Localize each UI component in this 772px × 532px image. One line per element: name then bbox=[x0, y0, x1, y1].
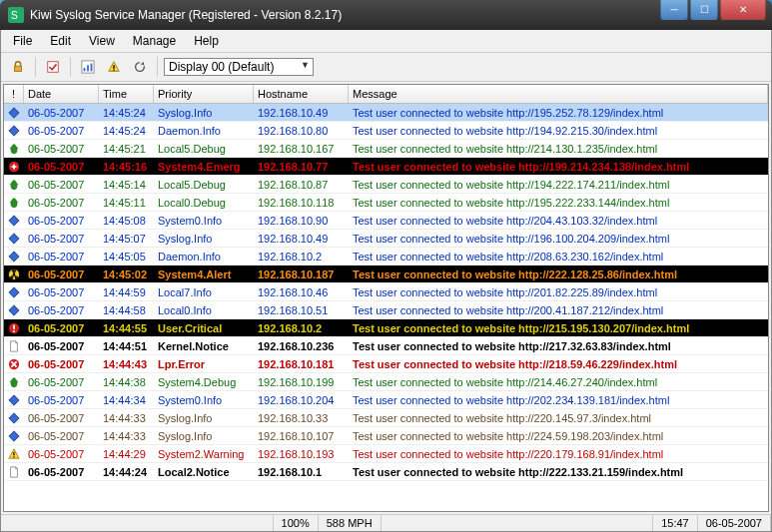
menu-help[interactable]: Help bbox=[186, 32, 227, 50]
table-row[interactable]: 06-05-200714:45:08System0.Info192.168.10… bbox=[4, 212, 768, 230]
table-row[interactable]: 06-05-200714:45:07Syslog.Info192.168.10.… bbox=[4, 230, 768, 248]
table-row[interactable]: 06-05-200714:45:02System4.Alert192.168.1… bbox=[4, 266, 768, 283]
menu-file[interactable]: File bbox=[5, 32, 40, 50]
table-row[interactable]: 06-05-200714:45:24Syslog.Info192.168.10.… bbox=[4, 104, 768, 122]
row-hostname: 192.168.10.90 bbox=[254, 214, 349, 228]
table-row[interactable]: 06-05-200714:44:55User.Critical192.168.1… bbox=[4, 319, 768, 337]
table-row[interactable]: 06-05-200714:44:59Local7.Info192.168.10.… bbox=[4, 283, 768, 301]
row-icon bbox=[4, 428, 24, 444]
table-row[interactable]: 06-05-200714:44:38System4.Debug192.168.1… bbox=[4, 373, 768, 391]
row-time: 14:45:08 bbox=[99, 214, 154, 228]
menu-edit[interactable]: Edit bbox=[42, 32, 79, 50]
svg-rect-27 bbox=[13, 330, 15, 332]
row-message: Test user connected to website http://20… bbox=[349, 250, 768, 264]
table-row[interactable]: 06-05-200714:44:33Syslog.Info192.168.10.… bbox=[4, 409, 768, 427]
row-icon bbox=[4, 213, 24, 229]
row-time: 14:44:51 bbox=[99, 339, 154, 353]
row-icon bbox=[4, 195, 24, 211]
row-message: Test user connected to website http://20… bbox=[349, 303, 768, 317]
row-priority: Local5.Debug bbox=[154, 142, 254, 156]
table-row[interactable]: 06-05-200714:45:21Local5.Debug192.168.10… bbox=[4, 140, 768, 158]
titlebar[interactable]: S Kiwi Syslog Service Manager (Registere… bbox=[0, 0, 772, 30]
row-date: 06-05-2007 bbox=[24, 429, 99, 443]
status-rate: 588 MPH bbox=[319, 515, 382, 531]
table-row[interactable]: 06-05-200714:44:33Syslog.Info192.168.10.… bbox=[4, 427, 768, 445]
row-time: 14:45:16 bbox=[99, 160, 154, 174]
col-hostname[interactable]: Hostname bbox=[254, 85, 349, 103]
check-icon[interactable] bbox=[42, 56, 64, 78]
row-icon bbox=[4, 464, 24, 480]
row-message: Test user connected to website http://21… bbox=[349, 339, 768, 353]
table-row[interactable]: 06-05-200714:44:43Lpr.Error192.168.10.18… bbox=[4, 355, 768, 373]
row-message: Test user connected to website http://19… bbox=[349, 124, 768, 138]
table-row[interactable]: 06-05-200714:45:05Daemon.Info192.168.10.… bbox=[4, 248, 768, 266]
minimize-button[interactable]: ─ bbox=[660, 0, 688, 20]
table-row[interactable]: 06-05-200714:44:34System0.Info192.168.10… bbox=[4, 391, 768, 409]
svg-rect-34 bbox=[13, 456, 14, 457]
row-hostname: 192.168.10.236 bbox=[254, 339, 349, 353]
chart-icon[interactable] bbox=[77, 56, 99, 78]
table-row[interactable]: 06-05-200714:44:51Kernel.Notice192.168.1… bbox=[4, 337, 768, 355]
table-row[interactable]: 06-05-200714:44:29System2.Warning192.168… bbox=[4, 445, 768, 463]
row-icon bbox=[4, 141, 24, 157]
table-row[interactable]: 06-05-200714:45:16System4.Emerg192.168.1… bbox=[4, 158, 768, 176]
warning-icon[interactable] bbox=[103, 56, 125, 78]
row-icon bbox=[4, 123, 24, 139]
menu-manage[interactable]: Manage bbox=[125, 32, 184, 50]
row-date: 06-05-2007 bbox=[24, 178, 99, 192]
row-date: 06-05-2007 bbox=[24, 285, 99, 299]
row-date: 06-05-2007 bbox=[24, 465, 99, 479]
maximize-button[interactable]: ☐ bbox=[690, 0, 718, 20]
row-icon bbox=[4, 410, 24, 426]
table-row[interactable]: 06-05-200714:45:11Local0.Debug192.168.10… bbox=[4, 194, 768, 212]
app-icon: S bbox=[8, 7, 24, 23]
status-date: 06-05-2007 bbox=[698, 515, 771, 531]
display-select[interactable]: Display 00 (Default) bbox=[164, 58, 314, 76]
status-bar: 100% 588 MPH 15:47 06-05-2007 bbox=[1, 514, 771, 531]
row-hostname: 192.168.10.87 bbox=[254, 178, 349, 192]
svg-rect-9 bbox=[113, 70, 114, 71]
row-hostname: 192.168.10.181 bbox=[254, 357, 349, 371]
col-priority[interactable]: Priority bbox=[154, 85, 254, 103]
row-time: 14:44:33 bbox=[99, 429, 154, 443]
grid-header: ! Date Time Priority Hostname Message bbox=[4, 85, 768, 104]
row-icon bbox=[4, 302, 24, 318]
row-icon bbox=[4, 446, 24, 462]
row-hostname: 192.168.10.2 bbox=[254, 321, 349, 335]
row-message: Test user connected to website http://19… bbox=[349, 160, 768, 174]
row-priority: Local2.Notice bbox=[154, 465, 254, 479]
row-time: 14:44:59 bbox=[99, 285, 154, 299]
row-hostname: 192.168.10.199 bbox=[254, 375, 349, 389]
row-icon bbox=[4, 320, 24, 336]
row-message: Test user connected to website http://20… bbox=[349, 393, 768, 407]
row-date: 06-05-2007 bbox=[24, 375, 99, 389]
col-time[interactable]: Time bbox=[99, 85, 154, 103]
row-priority: Local7.Info bbox=[154, 285, 254, 299]
row-icon bbox=[4, 231, 24, 247]
refresh-icon[interactable] bbox=[129, 56, 151, 78]
col-icon[interactable]: ! bbox=[4, 85, 24, 103]
svg-point-11 bbox=[12, 144, 15, 147]
row-date: 06-05-2007 bbox=[24, 106, 99, 120]
svg-rect-2 bbox=[15, 66, 22, 71]
table-row[interactable]: 06-05-200714:45:24Daemon.Info192.168.10.… bbox=[4, 122, 768, 140]
svg-rect-8 bbox=[113, 65, 114, 69]
menu-view[interactable]: View bbox=[81, 32, 123, 50]
row-time: 14:45:02 bbox=[99, 267, 154, 281]
log-grid: ! Date Time Priority Hostname Message 06… bbox=[3, 84, 769, 512]
lock-icon[interactable] bbox=[7, 56, 29, 78]
grid-body[interactable]: 06-05-200714:45:24Syslog.Info192.168.10.… bbox=[4, 104, 768, 511]
row-hostname: 192.168.10.49 bbox=[254, 106, 349, 120]
row-priority: Syslog.Info bbox=[154, 411, 254, 425]
row-hostname: 192.168.10.204 bbox=[254, 393, 349, 407]
row-time: 14:45:05 bbox=[99, 250, 154, 264]
col-message[interactable]: Message bbox=[349, 85, 768, 103]
table-row[interactable]: 06-05-200714:44:58Local0.Info192.168.10.… bbox=[4, 301, 768, 319]
row-priority: Local0.Info bbox=[154, 303, 254, 317]
row-message: Test user connected to website http://22… bbox=[349, 429, 768, 443]
table-row[interactable]: 06-05-200714:44:24Local2.Notice192.168.1… bbox=[4, 463, 768, 481]
col-date[interactable]: Date bbox=[24, 85, 99, 103]
close-button[interactable]: ✕ bbox=[720, 0, 766, 20]
table-row[interactable]: 06-05-200714:45:14Local5.Debug192.168.10… bbox=[4, 176, 768, 194]
row-hostname: 192.168.10.107 bbox=[254, 429, 349, 443]
